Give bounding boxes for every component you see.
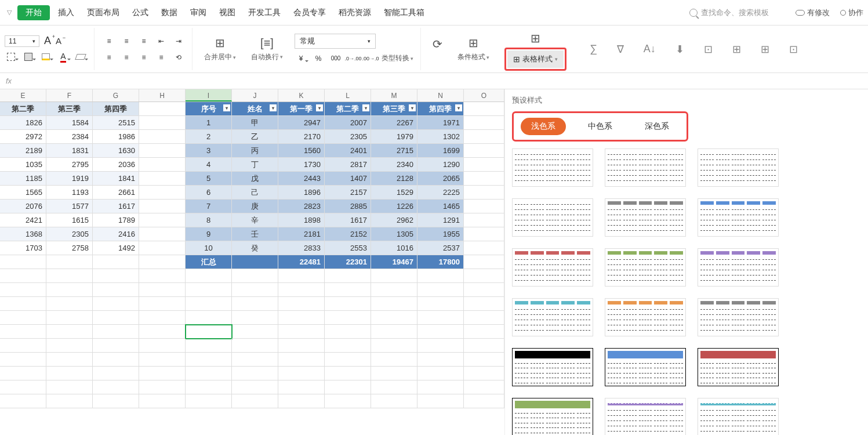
right-data-cell[interactable]: 1730 xyxy=(278,158,325,172)
cell[interactable] xyxy=(464,339,504,353)
table-style-thumbnail[interactable] xyxy=(512,298,593,336)
cell[interactable] xyxy=(464,380,504,394)
cell[interactable] xyxy=(46,339,93,353)
left-header-cell[interactable]: 第二季 xyxy=(0,102,46,116)
cell[interactable] xyxy=(186,380,232,394)
cell[interactable] xyxy=(464,325,504,339)
tab-developer[interactable]: 开发工具 xyxy=(244,4,285,21)
table-style-thumbnail[interactable] xyxy=(512,398,593,435)
justify-button[interactable]: ≡ xyxy=(155,51,168,64)
cell[interactable] xyxy=(186,269,232,283)
cell[interactable] xyxy=(139,394,186,408)
cell[interactable] xyxy=(464,353,504,367)
tab-member[interactable]: 会员专享 xyxy=(289,4,331,21)
increase-decimal-button[interactable]: .0→.00 xyxy=(347,52,359,65)
column-header[interactable]: L xyxy=(325,89,371,102)
cell[interactable] xyxy=(464,130,504,144)
total-label-cell[interactable]: 汇总 xyxy=(186,255,232,269)
cell[interactable] xyxy=(371,269,417,283)
left-data-cell[interactable]: 2076 xyxy=(0,200,46,213)
cell[interactable] xyxy=(139,116,186,130)
color-tab-light[interactable]: 浅色系 xyxy=(521,118,566,135)
cell[interactable] xyxy=(417,380,464,394)
left-header-cell[interactable]: 第四季 xyxy=(93,102,139,116)
column-header[interactable]: G xyxy=(93,89,139,102)
cell[interactable] xyxy=(371,325,417,339)
cell[interactable] xyxy=(139,255,186,269)
cell[interactable] xyxy=(371,380,417,394)
cell[interactable] xyxy=(417,325,464,339)
cell[interactable] xyxy=(139,144,186,158)
cell[interactable] xyxy=(0,255,46,269)
cell[interactable] xyxy=(464,367,504,380)
command-search[interactable]: 查找命令、搜索模板 xyxy=(689,8,769,18)
cell[interactable] xyxy=(0,297,46,311)
right-data-cell[interactable]: 1302 xyxy=(417,130,464,144)
cell[interactable] xyxy=(46,283,93,297)
cell[interactable] xyxy=(186,353,232,367)
filter-dropdown-icon[interactable]: ▾ xyxy=(409,104,416,111)
cell[interactable] xyxy=(139,325,186,339)
table-style-thumbnail[interactable] xyxy=(512,348,593,386)
align-right-button[interactable]: ≡ xyxy=(137,51,150,64)
cell[interactable] xyxy=(186,297,232,311)
cell[interactable] xyxy=(278,339,325,353)
align-middle-button[interactable]: ≡ xyxy=(120,35,133,48)
right-data-cell[interactable]: 乙 xyxy=(232,130,278,144)
cell[interactable] xyxy=(139,241,186,255)
cell[interactable] xyxy=(0,353,46,367)
cell[interactable] xyxy=(93,297,139,311)
right-data-cell[interactable]: 2401 xyxy=(325,144,371,158)
cell[interactable] xyxy=(464,172,504,186)
left-data-cell[interactable]: 1831 xyxy=(46,144,93,158)
cell[interactable] xyxy=(232,353,278,367)
cell[interactable] xyxy=(139,227,186,241)
right-data-cell[interactable]: 壬 xyxy=(232,227,278,241)
cell[interactable] xyxy=(325,367,371,380)
font-color-button[interactable]: A xyxy=(57,50,70,63)
right-header-cell[interactable]: 第一季▾ xyxy=(278,102,325,116)
cell[interactable] xyxy=(464,213,504,227)
cell[interactable] xyxy=(417,353,464,367)
right-data-cell[interactable]: 8 xyxy=(186,213,232,227)
tab-docer[interactable]: 稻壳资源 xyxy=(334,4,376,21)
cell[interactable] xyxy=(417,339,464,353)
right-data-cell[interactable]: 1305 xyxy=(371,227,417,241)
cell[interactable] xyxy=(46,311,93,325)
table-style-thumbnail[interactable] xyxy=(698,348,779,386)
column-header[interactable]: H xyxy=(139,89,186,102)
cell[interactable] xyxy=(186,367,232,380)
right-data-cell[interactable]: 2715 xyxy=(371,144,417,158)
right-data-cell[interactable]: 丙 xyxy=(232,144,278,158)
cell[interactable] xyxy=(93,283,139,297)
cell[interactable] xyxy=(371,311,417,325)
right-data-cell[interactable]: 2065 xyxy=(417,172,464,186)
right-data-cell[interactable]: 4 xyxy=(186,158,232,172)
cell[interactable] xyxy=(139,380,186,394)
right-data-cell[interactable]: 2553 xyxy=(325,241,371,255)
left-header-cell[interactable]: 第三季 xyxy=(46,102,93,116)
cell[interactable] xyxy=(464,283,504,297)
fill-down-icon[interactable]: ⬇ xyxy=(675,43,684,56)
left-data-cell[interactable]: 1919 xyxy=(46,172,93,186)
filter-dropdown-icon[interactable]: ▾ xyxy=(362,104,369,111)
cell[interactable] xyxy=(0,283,46,297)
cell[interactable] xyxy=(93,353,139,367)
right-data-cell[interactable]: 1 xyxy=(186,116,232,130)
left-data-cell[interactable]: 2515 xyxy=(93,116,139,130)
table-style-thumbnail[interactable] xyxy=(605,298,686,336)
column-header[interactable]: M xyxy=(371,89,417,102)
tab-insert[interactable]: 插入 xyxy=(53,4,79,21)
right-data-cell[interactable]: 1955 xyxy=(417,227,464,241)
cell[interactable] xyxy=(139,353,186,367)
right-data-cell[interactable]: 5 xyxy=(186,172,232,186)
right-data-cell[interactable]: 癸 xyxy=(232,241,278,255)
font-size-select[interactable]: 11▾ xyxy=(5,35,39,47)
right-data-cell[interactable]: 2885 xyxy=(325,200,371,213)
column-header[interactable]: N xyxy=(417,89,464,102)
table-style-thumbnail[interactable] xyxy=(605,348,686,386)
cell[interactable] xyxy=(278,325,325,339)
cell[interactable] xyxy=(46,269,93,283)
left-data-cell[interactable]: 1617 xyxy=(93,200,139,213)
right-data-cell[interactable]: 1560 xyxy=(278,144,325,158)
